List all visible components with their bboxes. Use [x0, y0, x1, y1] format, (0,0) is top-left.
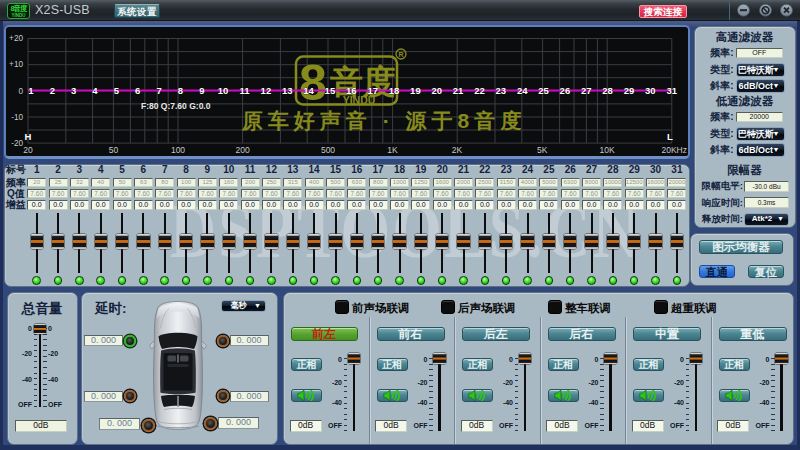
svg-text:30: 30: [645, 84, 656, 95]
svg-text:10: 10: [218, 84, 229, 95]
svg-text:+20: +20: [9, 34, 23, 43]
svg-text:-10: -10: [11, 112, 23, 121]
svg-text:9: 9: [199, 84, 204, 95]
svg-text:0: 0: [18, 86, 23, 95]
svg-text:4: 4: [92, 84, 98, 95]
svg-text:20KHz: 20KHz: [661, 145, 687, 155]
svg-text:12: 12: [261, 84, 272, 95]
svg-text:+10: +10: [9, 60, 23, 69]
svg-text:28: 28: [602, 84, 613, 95]
svg-text:20: 20: [431, 84, 442, 95]
svg-text:13: 13: [282, 84, 293, 95]
svg-text:2K: 2K: [452, 145, 463, 155]
svg-text:15: 15: [325, 84, 336, 95]
svg-text:原车好声音 · 源于8音度: 原车好声音 · 源于8音度: [241, 108, 526, 131]
svg-text:22: 22: [474, 84, 485, 95]
svg-text:500: 500: [321, 145, 335, 155]
svg-text:5: 5: [114, 84, 120, 95]
svg-text:100: 100: [171, 145, 185, 155]
svg-text:8: 8: [299, 54, 327, 110]
svg-text:31: 31: [666, 84, 677, 95]
svg-text:25: 25: [538, 84, 549, 95]
svg-text:2: 2: [50, 84, 55, 95]
svg-text:50: 50: [109, 145, 119, 155]
svg-text:29: 29: [624, 84, 635, 95]
svg-text:27: 27: [581, 84, 592, 95]
svg-text:1: 1: [28, 84, 34, 95]
svg-text:5K: 5K: [537, 145, 548, 155]
svg-text:-20: -20: [11, 138, 23, 147]
svg-text:8: 8: [178, 84, 183, 95]
svg-text:L: L: [667, 130, 673, 141]
svg-text:10K: 10K: [599, 145, 614, 155]
svg-text:24: 24: [517, 84, 528, 95]
svg-text:21: 21: [453, 84, 464, 95]
svg-text:6: 6: [135, 84, 140, 95]
svg-text:H: H: [25, 130, 32, 141]
svg-text:16: 16: [346, 84, 357, 95]
svg-text:7: 7: [156, 84, 161, 95]
svg-text:23: 23: [496, 84, 507, 95]
svg-text:1K: 1K: [387, 145, 398, 155]
svg-text:17: 17: [367, 84, 378, 95]
svg-text:200: 200: [236, 145, 250, 155]
svg-text:11: 11: [239, 84, 250, 95]
svg-text:19: 19: [410, 84, 421, 95]
svg-text:20: 20: [23, 145, 33, 155]
svg-text:14: 14: [303, 84, 314, 95]
svg-text:3: 3: [71, 84, 76, 95]
svg-text:F:80 Q:7.60 G:0.0: F:80 Q:7.60 G:0.0: [141, 100, 211, 110]
svg-text:18: 18: [389, 84, 400, 95]
svg-text:26: 26: [560, 84, 571, 95]
svg-text:R: R: [398, 51, 403, 58]
